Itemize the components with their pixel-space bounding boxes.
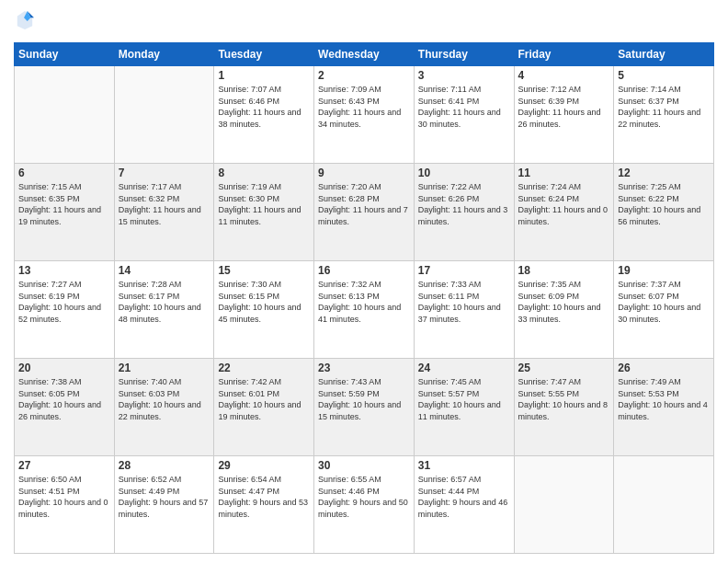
day-info: Sunrise: 7:35 AMSunset: 6:09 PMDaylight:… (518, 280, 601, 324)
calendar-cell: 9 Sunrise: 7:20 AMSunset: 6:28 PMDayligh… (314, 164, 415, 261)
weekday-header-sunday: Sunday (15, 43, 115, 66)
calendar-cell: 21 Sunrise: 7:40 AMSunset: 6:03 PMDaylig… (114, 359, 214, 456)
day-info: Sunrise: 7:42 AMSunset: 6:01 PMDaylight:… (218, 377, 301, 421)
calendar-cell: 17 Sunrise: 7:33 AMSunset: 6:11 PMDaylig… (414, 261, 514, 359)
calendar-cell: 12 Sunrise: 7:25 AMSunset: 6:22 PMDaylig… (614, 164, 714, 261)
calendar-cell (114, 66, 214, 164)
calendar-week-row: 13 Sunrise: 7:27 AMSunset: 6:19 PMDaylig… (15, 261, 714, 359)
calendar-cell: 15 Sunrise: 7:30 AMSunset: 6:15 PMDaylig… (214, 261, 314, 359)
calendar-cell: 18 Sunrise: 7:35 AMSunset: 6:09 PMDaylig… (514, 261, 614, 359)
calendar-cell: 30 Sunrise: 6:55 AMSunset: 4:46 PMDaylig… (314, 456, 415, 554)
calendar-cell: 14 Sunrise: 7:28 AMSunset: 6:17 PMDaylig… (114, 261, 214, 359)
weekday-header-tuesday: Tuesday (214, 43, 314, 66)
calendar-cell: 24 Sunrise: 7:45 AMSunset: 5:57 PMDaylig… (414, 359, 514, 456)
calendar-cell (614, 456, 714, 554)
day-info: Sunrise: 7:37 AMSunset: 6:07 PMDaylight:… (618, 280, 700, 324)
day-number: 25 (518, 362, 610, 374)
calendar-cell (514, 456, 614, 554)
day-info: Sunrise: 7:22 AMSunset: 6:26 PMDaylight:… (418, 182, 508, 226)
weekday-header-friday: Friday (514, 43, 614, 66)
calendar-cell: 8 Sunrise: 7:19 AMSunset: 6:30 PMDayligh… (214, 164, 314, 261)
weekday-header-thursday: Thursday (414, 43, 514, 66)
day-info: Sunrise: 7:15 AMSunset: 6:35 PMDaylight:… (18, 182, 101, 226)
day-number: 3 (418, 69, 510, 82)
day-number: 31 (418, 459, 510, 472)
calendar-cell (15, 66, 115, 164)
calendar-cell: 23 Sunrise: 7:43 AMSunset: 5:59 PMDaylig… (314, 359, 415, 456)
day-info: Sunrise: 7:45 AMSunset: 5:57 PMDaylight:… (418, 377, 501, 421)
calendar-week-row: 1 Sunrise: 7:07 AMSunset: 6:46 PMDayligh… (15, 66, 714, 164)
weekday-header-saturday: Saturday (614, 43, 714, 66)
day-number: 8 (218, 167, 310, 179)
calendar-cell: 3 Sunrise: 7:11 AMSunset: 6:41 PMDayligh… (414, 66, 514, 164)
day-info: Sunrise: 6:54 AMSunset: 4:47 PMDaylight:… (218, 475, 308, 519)
calendar-table: SundayMondayTuesdayWednesdayThursdayFrid… (14, 42, 714, 554)
day-info: Sunrise: 7:19 AMSunset: 6:30 PMDaylight:… (218, 182, 301, 226)
day-number: 6 (18, 167, 110, 179)
day-info: Sunrise: 7:07 AMSunset: 6:46 PMDaylight:… (218, 85, 301, 129)
day-number: 27 (18, 459, 110, 472)
logo (14, 9, 34, 35)
day-number: 24 (418, 362, 510, 374)
day-number: 2 (318, 69, 410, 82)
day-info: Sunrise: 7:30 AMSunset: 6:15 PMDaylight:… (218, 280, 301, 324)
calendar-week-row: 27 Sunrise: 6:50 AMSunset: 4:51 PMDaylig… (15, 456, 714, 554)
day-info: Sunrise: 7:47 AMSunset: 5:55 PMDaylight:… (518, 377, 609, 421)
day-number: 15 (218, 264, 310, 277)
day-number: 22 (218, 362, 310, 374)
calendar-cell: 7 Sunrise: 7:17 AMSunset: 6:32 PMDayligh… (114, 164, 214, 261)
day-info: Sunrise: 7:27 AMSunset: 6:19 PMDaylight:… (18, 280, 101, 324)
day-number: 26 (618, 362, 710, 374)
weekday-header-monday: Monday (114, 43, 214, 66)
calendar-cell: 20 Sunrise: 7:38 AMSunset: 6:05 PMDaylig… (15, 359, 115, 456)
calendar-cell: 22 Sunrise: 7:42 AMSunset: 6:01 PMDaylig… (214, 359, 314, 456)
calendar-week-row: 20 Sunrise: 7:38 AMSunset: 6:05 PMDaylig… (15, 359, 714, 456)
day-number: 10 (418, 167, 510, 179)
calendar-cell: 19 Sunrise: 7:37 AMSunset: 6:07 PMDaylig… (614, 261, 714, 359)
calendar-cell: 11 Sunrise: 7:24 AMSunset: 6:24 PMDaylig… (514, 164, 614, 261)
day-info: Sunrise: 6:52 AMSunset: 4:49 PMDaylight:… (119, 475, 209, 519)
day-info: Sunrise: 7:09 AMSunset: 6:43 PMDaylight:… (318, 85, 401, 129)
day-number: 12 (618, 167, 710, 179)
calendar-cell: 29 Sunrise: 6:54 AMSunset: 4:47 PMDaylig… (214, 456, 314, 554)
day-number: 21 (119, 362, 210, 374)
day-number: 9 (318, 167, 410, 179)
weekday-header-wednesday: Wednesday (314, 43, 415, 66)
calendar-cell: 4 Sunrise: 7:12 AMSunset: 6:39 PMDayligh… (514, 66, 614, 164)
day-info: Sunrise: 7:28 AMSunset: 6:17 PMDaylight:… (119, 280, 201, 324)
day-number: 5 (618, 69, 710, 82)
day-info: Sunrise: 7:17 AMSunset: 6:32 PMDaylight:… (119, 182, 201, 226)
day-number: 14 (119, 264, 210, 277)
calendar-cell: 13 Sunrise: 7:27 AMSunset: 6:19 PMDaylig… (15, 261, 115, 359)
day-info: Sunrise: 7:20 AMSunset: 6:28 PMDaylight:… (318, 182, 408, 226)
calendar-cell: 2 Sunrise: 7:09 AMSunset: 6:43 PMDayligh… (314, 66, 415, 164)
calendar-cell: 6 Sunrise: 7:15 AMSunset: 6:35 PMDayligh… (15, 164, 115, 261)
day-number: 29 (218, 459, 310, 472)
calendar-cell: 31 Sunrise: 6:57 AMSunset: 4:44 PMDaylig… (414, 456, 514, 554)
day-info: Sunrise: 7:49 AMSunset: 5:53 PMDaylight:… (618, 377, 708, 421)
day-number: 7 (119, 167, 210, 179)
day-number: 23 (318, 362, 410, 374)
day-number: 4 (518, 69, 610, 82)
weekday-header-row: SundayMondayTuesdayWednesdayThursdayFrid… (15, 43, 714, 66)
day-info: Sunrise: 7:38 AMSunset: 6:05 PMDaylight:… (18, 377, 101, 421)
calendar-cell: 27 Sunrise: 6:50 AMSunset: 4:51 PMDaylig… (15, 456, 115, 554)
page: SundayMondayTuesdayWednesdayThursdayFrid… (0, 0, 728, 563)
calendar-cell: 25 Sunrise: 7:47 AMSunset: 5:55 PMDaylig… (514, 359, 614, 456)
calendar-cell: 16 Sunrise: 7:32 AMSunset: 6:13 PMDaylig… (314, 261, 415, 359)
day-number: 1 (218, 69, 310, 82)
day-info: Sunrise: 7:14 AMSunset: 6:37 PMDaylight:… (618, 85, 700, 129)
day-info: Sunrise: 6:55 AMSunset: 4:46 PMDaylight:… (318, 475, 408, 519)
day-number: 17 (418, 264, 510, 277)
day-info: Sunrise: 7:24 AMSunset: 6:24 PMDaylight:… (518, 182, 609, 226)
day-info: Sunrise: 7:32 AMSunset: 6:13 PMDaylight:… (318, 280, 401, 324)
calendar-week-row: 6 Sunrise: 7:15 AMSunset: 6:35 PMDayligh… (15, 164, 714, 261)
day-info: Sunrise: 7:25 AMSunset: 6:22 PMDaylight:… (618, 182, 700, 226)
day-info: Sunrise: 7:11 AMSunset: 6:41 PMDaylight:… (418, 85, 501, 129)
day-number: 19 (618, 264, 710, 277)
day-number: 30 (318, 459, 410, 472)
day-info: Sunrise: 7:33 AMSunset: 6:11 PMDaylight:… (418, 280, 501, 324)
calendar-cell: 1 Sunrise: 7:07 AMSunset: 6:46 PMDayligh… (214, 66, 314, 164)
day-info: Sunrise: 7:12 AMSunset: 6:39 PMDaylight:… (518, 85, 601, 129)
day-info: Sunrise: 6:50 AMSunset: 4:51 PMDaylight:… (18, 475, 108, 519)
